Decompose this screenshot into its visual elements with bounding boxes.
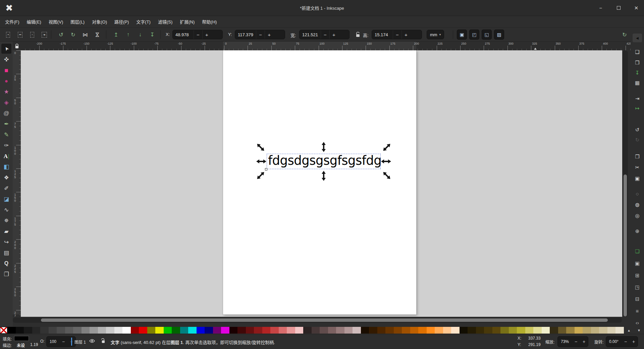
snap-toggle-button[interactable]: ↻ bbox=[619, 30, 630, 40]
rotate-cw-button[interactable]: ↻ bbox=[68, 30, 78, 40]
commandbar-collapse-button[interactable]: ◄ bbox=[633, 34, 642, 42]
color-swatch[interactable] bbox=[558, 327, 567, 334]
x-decrement-button[interactable]: − bbox=[194, 30, 202, 39]
tool-pages[interactable]: ❐ bbox=[1, 269, 11, 279]
color-swatch[interactable] bbox=[468, 327, 476, 334]
color-swatch[interactable] bbox=[328, 327, 336, 334]
color-swatch[interactable] bbox=[237, 327, 246, 334]
color-swatch[interactable] bbox=[155, 327, 164, 334]
scale-handle-w[interactable] bbox=[256, 159, 266, 163]
no-color-swatch[interactable] bbox=[0, 327, 7, 334]
x-field[interactable]: 48.978 − + bbox=[172, 30, 223, 39]
layer-visibility-toggle[interactable] bbox=[89, 338, 95, 344]
color-swatch[interactable] bbox=[131, 327, 139, 334]
tool-spiral[interactable]: @ bbox=[1, 108, 11, 118]
color-swatch[interactable] bbox=[229, 327, 238, 334]
opacity-value[interactable]: 100 bbox=[47, 337, 59, 347]
color-swatch[interactable] bbox=[221, 327, 229, 334]
color-swatch[interactable] bbox=[607, 327, 616, 334]
color-swatch[interactable] bbox=[139, 327, 147, 334]
palette-scroll-up-button[interactable]: ▲ bbox=[624, 327, 634, 334]
color-swatch[interactable] bbox=[509, 327, 517, 334]
menu-item[interactable]: 文件(F) bbox=[1, 17, 23, 26]
deselect-button[interactable]: ▫ bbox=[27, 30, 38, 40]
close-button[interactable]: ✕ bbox=[631, 3, 641, 13]
zoom-center-page-icon[interactable]: ⊕ bbox=[633, 227, 642, 236]
zoom-spinbox[interactable]: 73% − + bbox=[557, 336, 588, 347]
color-swatch[interactable] bbox=[188, 327, 197, 334]
raise-button[interactable]: ↑ bbox=[123, 30, 133, 40]
tool-pencil[interactable]: ✎ bbox=[1, 130, 11, 140]
print-icon[interactable]: ▦ bbox=[633, 79, 642, 87]
fill-color-swatch[interactable] bbox=[14, 336, 29, 341]
color-swatch[interactable] bbox=[525, 327, 534, 334]
color-swatch[interactable] bbox=[40, 327, 49, 334]
paste-icon[interactable]: ▣ bbox=[633, 174, 642, 183]
x-increment-button[interactable]: + bbox=[202, 30, 211, 39]
color-swatch[interactable] bbox=[147, 327, 156, 334]
color-swatch[interactable] bbox=[98, 327, 106, 334]
color-swatch[interactable] bbox=[566, 327, 575, 334]
color-swatch[interactable] bbox=[90, 327, 98, 334]
width-field-value[interactable]: 121.521 bbox=[300, 30, 321, 39]
rotate-ccw-button[interactable]: ↺ bbox=[56, 30, 66, 40]
tool-ellipse[interactable]: ● bbox=[1, 76, 11, 86]
menu-item[interactable]: 对象(O) bbox=[88, 17, 111, 26]
dialog-object-lock-icon[interactable]: ▣ bbox=[633, 259, 642, 268]
scale-handle-n[interactable] bbox=[322, 142, 326, 152]
dialog-align-icon[interactable]: ⊞ bbox=[633, 271, 642, 280]
y-increment-button[interactable]: + bbox=[265, 30, 273, 39]
color-swatch[interactable] bbox=[82, 327, 90, 334]
color-swatch[interactable] bbox=[164, 327, 172, 334]
color-swatch[interactable] bbox=[500, 327, 509, 334]
color-swatch[interactable] bbox=[575, 327, 583, 334]
color-swatch[interactable] bbox=[435, 327, 443, 334]
scale-corners-toggle[interactable]: ◰ bbox=[469, 30, 479, 40]
new-document-icon[interactable]: ❑ bbox=[633, 48, 642, 56]
dialog-xml-icon[interactable]: ‹› bbox=[633, 318, 642, 327]
color-swatch[interactable] bbox=[279, 327, 287, 334]
layer-name[interactable]: 图层 1 bbox=[74, 339, 86, 345]
stroke-width-value[interactable]: 1.19 bbox=[30, 342, 38, 347]
horizontal-scrollbar-thumb[interactable] bbox=[41, 318, 608, 322]
color-swatch[interactable] bbox=[353, 327, 361, 334]
scale-handle-s[interactable] bbox=[322, 171, 326, 181]
minimize-button[interactable]: − bbox=[596, 3, 606, 13]
scale-stroke-toggle[interactable]: ▣ bbox=[457, 30, 467, 40]
color-swatch[interactable] bbox=[73, 327, 82, 334]
select-all-layers-button[interactable]: ▪▪ bbox=[15, 30, 25, 40]
palette-scroll-down-button[interactable]: ▼ bbox=[634, 327, 644, 334]
flip-vertical-button[interactable]: ⋈ bbox=[92, 30, 103, 40]
dialog-layers-icon[interactable]: ≡ bbox=[633, 306, 642, 315]
flip-horizontal-button[interactable]: ⋈ bbox=[80, 30, 91, 40]
dialog-transform-icon[interactable]: ◳ bbox=[633, 283, 642, 292]
dialog-symbols-icon[interactable]: ⊟ bbox=[633, 295, 642, 303]
menu-item[interactable]: 扩展(N) bbox=[176, 17, 198, 26]
text-anchor-handle[interactable] bbox=[265, 168, 267, 170]
import-icon[interactable]: ⇥ bbox=[633, 94, 642, 103]
open-document-icon[interactable]: ❒ bbox=[633, 58, 642, 67]
color-swatch[interactable] bbox=[385, 327, 394, 334]
color-swatch[interactable] bbox=[197, 327, 205, 334]
menu-item[interactable]: 图层(L) bbox=[67, 17, 88, 26]
color-swatch[interactable] bbox=[443, 327, 451, 334]
color-swatch[interactable] bbox=[591, 327, 599, 334]
menu-item[interactable]: 帮助(H) bbox=[198, 17, 220, 26]
color-swatch[interactable] bbox=[377, 327, 386, 334]
y-field-value[interactable]: 117.379 bbox=[235, 30, 256, 39]
color-swatch[interactable] bbox=[476, 327, 484, 334]
color-swatch[interactable] bbox=[287, 327, 295, 334]
y-decrement-button[interactable]: − bbox=[256, 30, 265, 39]
opacity-decrement-button[interactable]: − bbox=[59, 337, 67, 347]
color-swatch[interactable] bbox=[303, 327, 312, 334]
tool-node-editor[interactable]: ✜ bbox=[1, 54, 11, 64]
tool-text[interactable]: A bbox=[1, 151, 11, 161]
maximize-button[interactable] bbox=[613, 3, 624, 13]
color-swatch[interactable] bbox=[320, 327, 328, 334]
tool-zoom[interactable]: Q bbox=[1, 258, 11, 268]
tool-3dbox[interactable]: ◈ bbox=[1, 97, 11, 107]
lower-to-bottom-button[interactable]: ↧ bbox=[147, 30, 158, 40]
tool-spray[interactable]: ✵ bbox=[1, 215, 11, 226]
menu-item[interactable]: 视图(V) bbox=[45, 17, 67, 26]
color-swatch[interactable] bbox=[246, 327, 254, 334]
